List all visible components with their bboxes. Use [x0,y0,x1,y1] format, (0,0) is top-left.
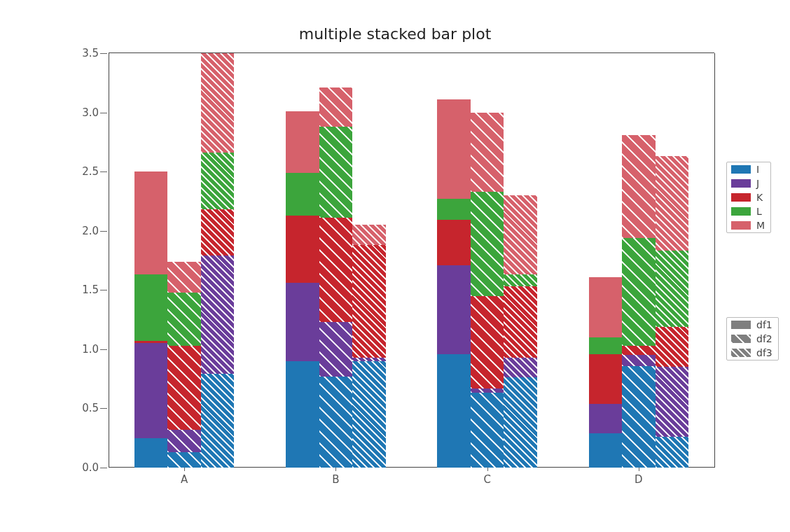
y-tick [100,408,107,409]
segment-M [504,195,537,274]
segment-I [319,377,353,468]
segment-K [589,354,623,404]
segment-K [352,245,386,358]
segment-J [589,404,623,433]
segment-I [286,361,319,468]
legend-patch-df2 [731,335,751,343]
segment-M [319,88,353,127]
segment-J [437,265,471,354]
segment-M [622,135,656,238]
legend-label: df2 [756,333,772,344]
bar-D-df3 [656,53,689,468]
plot-area [109,53,714,468]
bar-A-df3 [201,53,235,468]
legend-patch-J [731,179,751,188]
legend-label: J [756,178,759,189]
legend-patch-df1 [731,321,751,329]
bar-A-df1 [134,53,168,468]
segment-L [589,337,623,354]
segment-J [286,283,319,361]
x-tick [335,468,336,471]
segment-L [134,274,168,341]
x-tick [487,468,488,471]
bar-D-df2 [622,53,656,468]
segment-L [622,238,656,346]
segment-J [622,355,656,365]
bar-C-df3 [504,53,537,468]
y-tick-label: 2.0 [82,225,99,237]
legend-patch-L [731,207,751,216]
bar-B-df3 [352,53,386,468]
segment-I [656,437,689,468]
bar-D-df1 [589,53,623,468]
segment-L [167,293,201,346]
segment-J [201,255,235,374]
y-tick-label: 1.0 [82,343,99,356]
legend-label: I [756,164,759,175]
segment-K [134,341,168,343]
chart-axes: 0.00.51.01.52.02.53.03.5 ABCD [109,53,714,468]
segment-I [352,361,386,468]
segment-J [504,358,537,378]
legend-series-row: L [727,204,770,218]
legend-label: df1 [756,319,772,330]
bar-C-df1 [437,53,471,468]
legend-groups-row: df2 [727,332,778,346]
segment-M [437,99,471,199]
segment-K [437,220,471,265]
segment-K [286,216,319,283]
legend-groups-row: df3 [727,346,778,360]
chart-title: multiple stacked bar plot [0,25,790,43]
legend-groups-row: df1 [727,318,778,332]
segment-L [319,127,353,218]
segment-M [167,262,201,293]
legend-series-row: I [727,162,770,176]
y-tick-label: 1.5 [82,284,99,296]
segment-J [167,430,201,452]
segment-I [134,438,168,468]
legend-groups: df1df2df3 [726,317,779,360]
segment-M [134,172,168,274]
y-tick [100,172,107,172]
x-tick-label: A [181,473,188,486]
x-tick-label: C [483,473,490,486]
segment-M [201,53,235,153]
legend-label: L [756,206,762,217]
segment-K [201,209,235,255]
y-tick [100,231,107,232]
legend-series-row: M [727,218,770,232]
segment-K [471,296,504,388]
legend-patch-M [731,221,751,230]
segment-K [167,346,201,430]
bar-C-df2 [471,53,504,468]
segment-K [622,346,656,356]
segment-I [471,393,504,468]
x-tick [639,468,639,471]
segment-L [437,199,471,220]
x-tick-label: B [332,473,339,486]
segment-M [352,225,386,245]
x-tick [184,468,185,471]
y-tick-label: 0.0 [82,461,99,474]
axis-spine-right [714,53,715,468]
legend-label: K [756,192,763,203]
y-tick [100,113,107,113]
segment-K [656,327,689,368]
segment-I [201,374,235,468]
legend-series: IJKLM [726,162,771,233]
segment-I [589,433,623,468]
segment-L [286,173,319,216]
segment-M [589,277,623,337]
segment-I [167,452,201,468]
bar-B-df2 [319,53,353,468]
legend-patch-I [731,165,751,174]
segment-J [319,322,353,377]
legend-series-row: J [727,176,770,190]
segment-L [656,251,689,326]
x-tick-label: D [635,473,643,486]
segment-K [319,218,353,322]
chart-figure: multiple stacked bar plot 0.00.51.01.52.… [0,0,790,532]
y-tick-label: 2.5 [82,165,99,178]
segment-M [286,111,319,173]
segment-M [656,156,689,251]
